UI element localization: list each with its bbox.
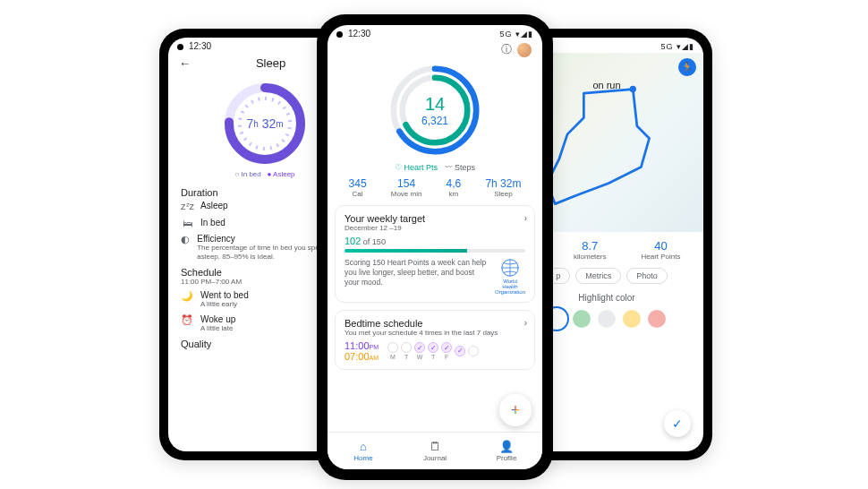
phone-center: 12:30 5G ▾◢▮ ⓘ 14 6,321 ♡ xyxy=(317,14,553,480)
day-dot: ✓F xyxy=(441,342,452,360)
screen-home: 12:30 5G ▾◢▮ ⓘ 14 6,321 ♡ xyxy=(328,25,542,469)
alarm-icon: ⏰ xyxy=(181,314,193,326)
journal-icon: 🗒 xyxy=(430,440,441,453)
sleep-minutes: 32 xyxy=(262,116,277,131)
swatch-1[interactable] xyxy=(573,310,591,328)
weekly-daterange: December 12 –19 xyxy=(345,224,525,232)
metric-movemin[interactable]: 154Move min xyxy=(391,177,422,198)
day-dot: ✓ xyxy=(455,346,465,357)
chevron-right-icon: › xyxy=(524,318,527,328)
day-dot: ✓W xyxy=(414,342,425,360)
card-weekly-target[interactable]: › Your weekly target December 12 –19 102… xyxy=(335,205,535,303)
sleep-ring-chart: 7h 32m xyxy=(220,79,310,168)
daily-metrics: 345Cal 154Move min 4,6km 7h 32mSleep xyxy=(328,177,542,205)
heart-icon: ♡ xyxy=(395,163,402,172)
status-icons: 5G ▾◢▮ xyxy=(499,30,533,39)
metric-cal[interactable]: 345Cal xyxy=(349,177,367,198)
day-dot: M xyxy=(387,342,398,360)
activity-ring-chart[interactable]: 14 6,321 xyxy=(386,61,484,159)
weekly-progress-bar xyxy=(345,249,525,253)
weekly-body: Scoring 150 Heart Points a week can help… xyxy=(345,258,488,295)
info-icon[interactable]: ⓘ xyxy=(501,42,512,57)
bed-icon: 🛏 xyxy=(181,218,193,228)
chip-metrics[interactable]: Metrics xyxy=(575,268,621,284)
weekly-progress-n: 102 xyxy=(345,236,361,246)
ring-legend: ♡ Heart Pts 〰 Steps xyxy=(328,163,542,172)
day-dot: ✓T xyxy=(428,342,438,360)
steps-icon: 〰 xyxy=(445,163,453,172)
profile-icon: 👤 xyxy=(499,440,514,453)
day-dot: T xyxy=(401,342,412,360)
bedtime-sub: You met your schedule 4 times in the las… xyxy=(345,329,525,337)
camera-hole xyxy=(336,31,343,38)
swatch-2[interactable] xyxy=(598,310,616,328)
sleep-hours: 7 xyxy=(246,116,253,131)
home-icon: ⌂ xyxy=(360,440,367,453)
weekly-progress-of: of 150 xyxy=(361,237,386,246)
tab-profile[interactable]: 👤Profile xyxy=(471,433,542,469)
card-bedtime[interactable]: › Bedtime schedule You met your schedule… xyxy=(335,310,535,370)
clock: 12:30 xyxy=(348,29,370,39)
metric-sleep[interactable]: 7h 32mSleep xyxy=(485,177,521,198)
status-icons: 5G ▾◢▮ xyxy=(660,42,694,51)
camera-hole xyxy=(177,44,183,50)
half-circle-icon: ◐ xyxy=(181,234,190,245)
heart-points-value: 14 xyxy=(425,94,445,115)
chip-photo[interactable]: Photo xyxy=(626,268,668,284)
swatch-4[interactable] xyxy=(648,310,666,328)
bedtime-title: Bedtime schedule xyxy=(345,318,525,329)
bottom-nav: ⌂Home 🗒Journal 👤Profile xyxy=(328,432,542,469)
svg-point-3 xyxy=(630,86,636,92)
day-dot xyxy=(468,346,479,357)
tab-journal[interactable]: 🗒Journal xyxy=(399,433,471,469)
sleep-zzz-icon: zᶻz xyxy=(181,201,193,212)
weekly-title: Your weekly target xyxy=(345,213,525,224)
steps-value: 6,321 xyxy=(421,115,448,127)
avatar[interactable] xyxy=(517,43,532,57)
chevron-right-icon: › xyxy=(524,213,527,223)
metric-km[interactable]: 4,6km xyxy=(447,177,462,198)
stat-heartpoints: 40Heart Points xyxy=(641,239,680,261)
swatch-3[interactable] xyxy=(623,310,641,328)
clock: 12:30 xyxy=(189,41,211,51)
bedtime-times: 11:00PM 07:00AM xyxy=(345,340,379,362)
moon-icon: 🌙 xyxy=(181,290,193,302)
bedtime-day-dots: MT✓W✓T✓F✓ xyxy=(387,342,479,360)
statusbar: 12:30 5G ▾◢▮ xyxy=(328,25,542,40)
who-badge: World Health Organization xyxy=(495,258,525,295)
back-icon[interactable]: ← xyxy=(179,56,191,70)
tab-home[interactable]: ⌂Home xyxy=(328,433,399,469)
fab-add-button[interactable]: + xyxy=(499,394,532,426)
stat-distance: 8.7kilometers xyxy=(574,239,606,261)
confirm-button[interactable]: ✓ xyxy=(664,410,691,437)
